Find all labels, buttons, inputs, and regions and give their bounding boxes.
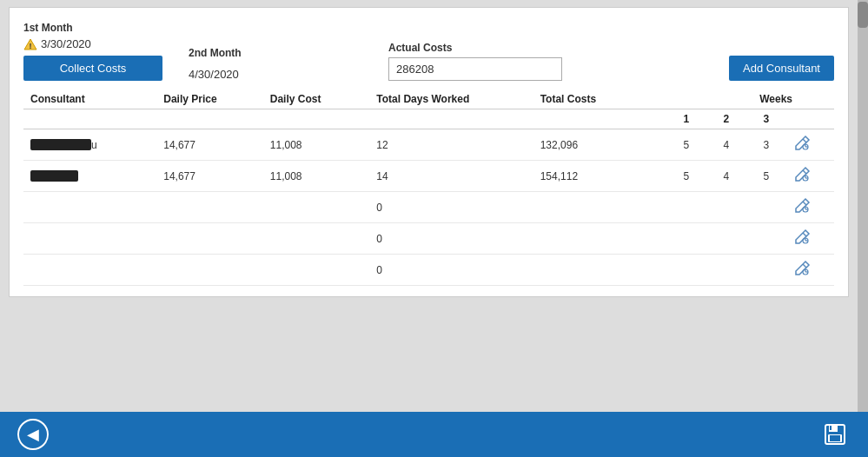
- save-icon: [823, 422, 847, 447]
- table-row: 0: [23, 223, 834, 255]
- add-consultant-button[interactable]: Add Consultant: [729, 56, 834, 81]
- col-header-daily-cost: Daily Cost: [263, 89, 370, 109]
- cell-daily-cost: [263, 192, 370, 223]
- svg-line-14: [803, 233, 806, 236]
- cell-total-days: 14: [369, 161, 533, 192]
- col-header-week1: 1: [666, 109, 706, 129]
- cell-consultant: [23, 223, 156, 255]
- svg-text:!: !: [30, 42, 32, 50]
- warning-icon: !: [23, 38, 37, 50]
- first-month-label: 1st Month: [23, 22, 162, 34]
- cell-daily-cost: 11,008: [263, 129, 370, 161]
- second-month-section: 2nd Month 4/30/2020: [189, 47, 362, 81]
- cell-edit[interactable]: [786, 223, 834, 255]
- edit-icon[interactable]: [793, 135, 811, 152]
- second-month-label: 2nd Month: [189, 47, 362, 59]
- cell-week1: 5: [666, 161, 706, 192]
- first-month-section: 1st Month ! 3/30/2020: [23, 22, 162, 81]
- actual-costs-section: Actual Costs: [388, 42, 703, 81]
- table-row: 0: [23, 192, 834, 223]
- svg-line-18: [803, 264, 806, 268]
- cell-consultant: u: [23, 129, 156, 161]
- table-row: u14,67711,00812132,096543: [23, 129, 834, 161]
- cell-daily-cost: 11,008: [263, 161, 370, 192]
- cell-total-costs: [533, 255, 666, 286]
- vertical-scrollbar[interactable]: [858, 0, 868, 412]
- edit-icon[interactable]: [793, 228, 811, 246]
- col-header-consultant: Consultant: [23, 89, 156, 109]
- cell-daily-price: 14,677: [156, 129, 263, 161]
- cell-daily-price: [156, 192, 263, 223]
- col-header-total-costs: Total Costs: [533, 89, 666, 109]
- cell-total-days: 0: [369, 223, 533, 255]
- col-header-week2: 2: [706, 109, 746, 129]
- actual-costs-input[interactable]: [388, 57, 562, 81]
- cell-week2: 4: [706, 161, 746, 192]
- cell-total-days: 0: [369, 255, 533, 286]
- cell-daily-cost: [263, 255, 370, 286]
- svg-rect-26: [830, 426, 832, 430]
- svg-line-2: [803, 139, 806, 142]
- cell-total-costs: 154,112: [533, 161, 666, 192]
- second-month-value: 4/30/2020: [189, 68, 362, 81]
- cell-edit[interactable]: [786, 129, 834, 161]
- cell-consultant: [23, 192, 156, 223]
- cell-week2: [706, 255, 746, 286]
- cell-daily-cost: [263, 223, 370, 255]
- edit-icon[interactable]: [793, 197, 811, 215]
- cell-daily-price: 14,677: [156, 161, 263, 192]
- cell-week2: [706, 192, 746, 223]
- cell-week1: [666, 223, 706, 255]
- col-header-week3: 3: [746, 109, 786, 129]
- cell-week1: 5: [666, 129, 706, 161]
- bottom-navigation-bar: ◀: [0, 412, 868, 457]
- cell-edit[interactable]: [786, 255, 834, 286]
- cell-week2: 4: [706, 129, 746, 161]
- svg-rect-25: [830, 435, 840, 441]
- cell-week3: [746, 192, 786, 223]
- table-row: 14,67711,00814154,112545: [23, 161, 834, 192]
- cell-consultant: [23, 161, 156, 192]
- edit-icon[interactable]: [793, 260, 811, 277]
- back-icon: ◀: [27, 425, 39, 444]
- cell-edit[interactable]: [786, 161, 834, 192]
- first-month-value: 3/30/2020: [41, 37, 91, 50]
- cell-week2: [706, 223, 746, 255]
- col-header-weeks: Weeks: [666, 89, 834, 109]
- collect-costs-button[interactable]: Collect Costs: [23, 56, 162, 81]
- cell-week3: 3: [746, 129, 786, 161]
- svg-line-6: [803, 170, 806, 174]
- scrollbar-thumb[interactable]: [858, 2, 868, 28]
- svg-line-10: [803, 202, 806, 205]
- cell-edit[interactable]: [786, 192, 834, 223]
- actual-costs-label: Actual Costs: [388, 42, 703, 54]
- back-button[interactable]: ◀: [17, 419, 49, 450]
- cell-week3: 5: [746, 161, 786, 192]
- cell-week1: [666, 192, 706, 223]
- cell-consultant: [23, 255, 156, 286]
- table-row: 0: [23, 255, 834, 286]
- col-header-total-days: Total Days Worked: [369, 89, 533, 109]
- cell-week3: [746, 255, 786, 286]
- cell-total-costs: [533, 192, 666, 223]
- cell-daily-price: [156, 255, 263, 286]
- consultants-table: Consultant Daily Price Daily Cost Total …: [23, 89, 834, 286]
- cell-total-days: 12: [369, 129, 533, 161]
- cell-daily-price: [156, 223, 263, 255]
- cell-week3: [746, 223, 786, 255]
- col-header-daily-price: Daily Price: [156, 89, 263, 109]
- edit-icon[interactable]: [793, 166, 811, 183]
- cell-week1: [666, 255, 706, 286]
- save-button[interactable]: [819, 419, 851, 450]
- cell-total-days: 0: [369, 192, 533, 223]
- cell-total-costs: 132,096: [533, 129, 666, 161]
- cell-total-costs: [533, 223, 666, 255]
